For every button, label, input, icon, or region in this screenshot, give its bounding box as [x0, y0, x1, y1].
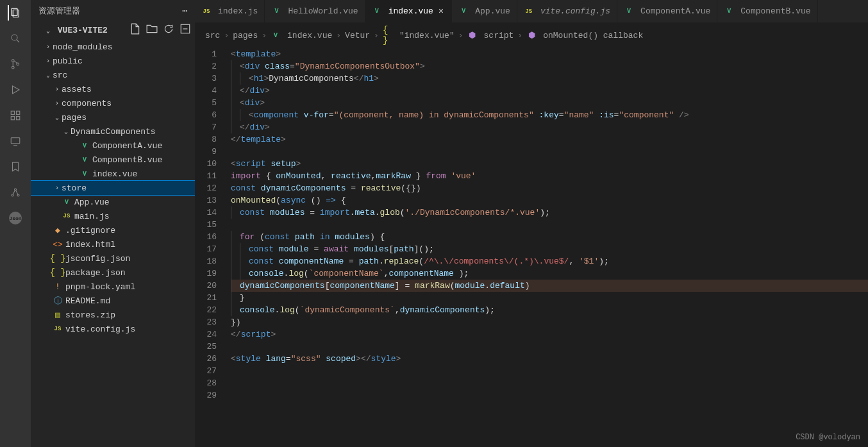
breadcrumb-item[interactable]: index.vue	[287, 31, 332, 40]
tree-item[interactable]: JSvite.config.js	[31, 322, 195, 336]
tree-item[interactable]: ›node_modules	[31, 40, 195, 54]
sidebar-root[interactable]: ⌄ VUE3-VITE2	[31, 22, 195, 38]
svg-point-5	[12, 66, 14, 69]
explorer-icon[interactable]	[8, 5, 23, 21]
svg-rect-12	[11, 138, 20, 144]
tree-item[interactable]: <>index.html	[31, 237, 195, 251]
breadcrumb[interactable]: src›pages›Vindex.vue›Vetur›{ }"index.vue…	[195, 22, 868, 48]
svg-marker-7	[13, 86, 20, 94]
refresh-icon[interactable]	[163, 23, 174, 37]
svg-point-6	[17, 63, 19, 65]
svg-rect-8	[11, 111, 14, 114]
json-icon[interactable]: Json	[8, 210, 23, 226]
breadcrumb-item[interactable]: pages	[233, 31, 258, 40]
tab[interactable]: VHelloWorld.vue	[265, 0, 365, 22]
source-control-icon[interactable]	[8, 56, 23, 72]
tree-item[interactable]: { }package.json	[31, 266, 195, 280]
svg-rect-10	[17, 117, 20, 120]
breadcrumb-item[interactable]: Vetur	[345, 31, 370, 40]
editor[interactable]: 1234567891011121314151617181920212223242…	[195, 48, 868, 447]
tree-item[interactable]: ›store	[31, 181, 195, 195]
tree-item[interactable]: ⓘREADME.md	[31, 294, 195, 308]
tab[interactable]: Vindex.vue×	[365, 0, 453, 22]
tree-item[interactable]: ◆.gitignore	[31, 223, 195, 237]
file-tree: ›node_modules›public⌄src›assets›componen…	[31, 38, 195, 447]
breadcrumb-item[interactable]: script	[484, 31, 514, 40]
tab-bar: JSindex.jsVHelloWorld.vueVindex.vue×VApp…	[195, 0, 868, 22]
breadcrumb-item[interactable]: "index.vue"	[399, 31, 455, 40]
editor-area: JSindex.jsVHelloWorld.vueVindex.vue×VApp…	[195, 0, 868, 447]
debug-icon[interactable]	[8, 82, 23, 97]
tab[interactable]: VComponentA.vue	[617, 0, 717, 22]
tree-item[interactable]: VComponentB.vue	[31, 153, 195, 167]
extensions-icon[interactable]	[8, 108, 23, 123]
tree-item[interactable]: ▤stores.zip	[31, 308, 195, 322]
tree-item[interactable]: ›public	[31, 54, 195, 68]
line-gutter: 1234567891011121314151617181920212223242…	[195, 48, 227, 447]
tree-item[interactable]: ⌄src	[31, 68, 195, 82]
svg-rect-9	[11, 117, 14, 120]
svg-point-16	[17, 194, 19, 196]
svg-point-4	[12, 60, 14, 62]
tab[interactable]: VComponentB.vue	[717, 0, 817, 22]
tree-item[interactable]: VComponentA.vue	[31, 139, 195, 153]
tree-item[interactable]: ⌄pages	[31, 110, 195, 124]
tab[interactable]: JSvite.config.js	[517, 0, 617, 22]
tree-item[interactable]: VApp.vue	[31, 195, 195, 209]
svg-point-14	[15, 189, 17, 190]
sidebar: 资源管理器 ⋯ ⌄ VUE3-VITE2 ›node_modules›publi…	[31, 0, 195, 447]
svg-point-2	[12, 35, 17, 40]
svg-rect-11	[17, 111, 20, 114]
activity-bar: Json	[0, 0, 31, 447]
tree-item[interactable]: { }jsconfig.json	[31, 251, 195, 266]
tab[interactable]: VApp.vue	[452, 0, 517, 22]
svg-point-15	[12, 194, 13, 196]
code-content[interactable]: <template><div class="DynamicComponentsO…	[227, 48, 868, 447]
tree-item[interactable]: JSmain.js	[31, 209, 195, 223]
tree-item[interactable]: ›assets	[31, 82, 195, 96]
tree-item[interactable]: !pnpm-lock.yaml	[31, 280, 195, 294]
tree-item[interactable]: ⌄DynamicComponents	[31, 124, 195, 139]
sidebar-title: 资源管理器	[38, 5, 80, 17]
breadcrumb-item[interactable]: onMounted() callback	[543, 31, 643, 40]
breadcrumb-item[interactable]: src	[205, 31, 220, 40]
tree-item[interactable]: Vindex.vue	[31, 167, 195, 181]
watermark: CSDN @volodyan	[796, 433, 860, 442]
svg-line-3	[17, 40, 19, 42]
new-file-icon[interactable]	[129, 23, 141, 37]
close-icon[interactable]: ×	[437, 6, 445, 17]
sidebar-actions[interactable]: ⋯	[182, 6, 187, 16]
tree-item[interactable]: ›components	[31, 96, 195, 110]
remote-icon[interactable]	[8, 133, 23, 149]
project-name: VUE3-VITE2	[58, 26, 108, 35]
search-icon[interactable]	[8, 31, 23, 46]
bookmark-icon[interactable]	[8, 159, 23, 174]
collapse-icon[interactable]	[179, 23, 191, 37]
ast-icon[interactable]	[8, 185, 23, 200]
tab[interactable]: JSindex.js	[195, 0, 265, 22]
sidebar-title-row: 资源管理器 ⋯	[31, 0, 195, 22]
new-folder-icon[interactable]	[146, 23, 158, 37]
